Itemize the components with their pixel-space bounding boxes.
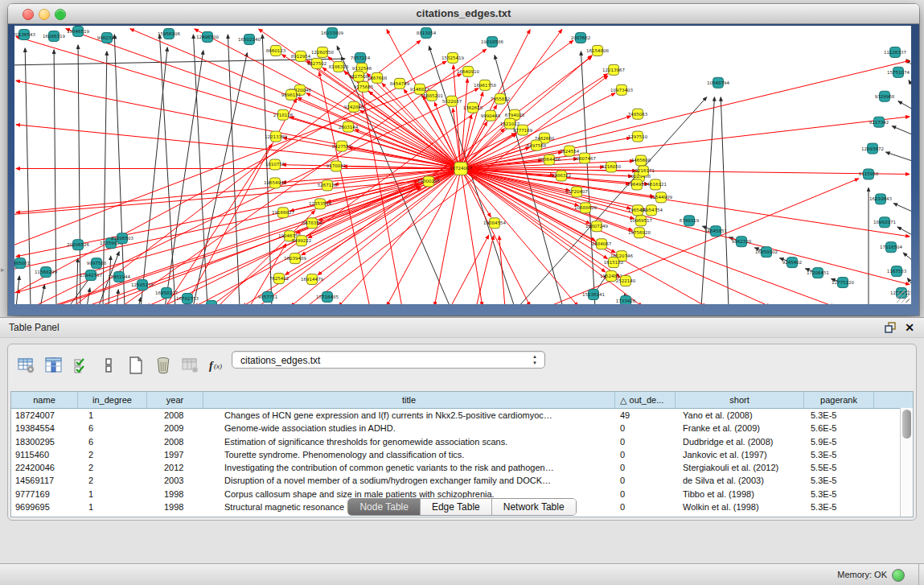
- node-label: 16033809: [321, 31, 343, 35]
- node-label: 9896131: [281, 93, 301, 97]
- node-label: 15885201: [421, 93, 443, 98]
- cell-out_de: 0: [615, 422, 676, 435]
- table-tabs: Node Table Edge Table Network Table: [0, 498, 924, 515]
- cell-year: 1997: [147, 448, 203, 461]
- column-header-title[interactable]: title: [203, 392, 615, 408]
- node-label: 9827508: [349, 74, 369, 79]
- node-label: 19384554: [483, 220, 506, 225]
- column-checklist-icon[interactable]: [69, 354, 93, 377]
- tab-edge-table[interactable]: Edge Table: [420, 499, 491, 515]
- node-label: 19346519: [67, 29, 89, 34]
- node-label: 4465600: [631, 159, 651, 163]
- desktop: citations_edges.txt 20136543160863191934…: [0, 0, 924, 585]
- cell-short: Dudbridge et al. (2008): [676, 435, 804, 448]
- cell-year: 2009: [147, 422, 203, 435]
- node-label: 6799319: [680, 218, 700, 223]
- column-header-pagerank[interactable]: pagerank: [804, 392, 874, 408]
- node-label: 1297510: [628, 134, 648, 139]
- network-window-titlebar[interactable]: citations_edges.txt: [8, 4, 919, 24]
- cell-title: Genome-wide association studies in ADHD.: [203, 422, 615, 435]
- column-header-out_de[interactable]: △ out_de...: [615, 392, 676, 408]
- node-label: 16086319: [43, 34, 65, 39]
- show-columns-icon[interactable]: [42, 354, 66, 377]
- node-label: 16914479: [301, 277, 323, 282]
- column-header-name[interactable]: name: [11, 392, 78, 408]
- table-panel: Table Panel ✕: [0, 317, 924, 564]
- table-panel-header: Table Panel ✕: [0, 318, 924, 338]
- table-row[interactable]: 2242004622012Investigating the contribut…: [11, 461, 913, 474]
- node-label: 19166827: [272, 210, 294, 215]
- cell-pagerank: 5.9E-5: [804, 435, 874, 448]
- node-label: 9857751: [258, 295, 277, 299]
- node-label: 6216050: [602, 164, 622, 169]
- resize-grip-icon[interactable]: [897, 290, 910, 303]
- node-label: 6794028: [505, 113, 525, 117]
- table-row[interactable]: 1938455462009Genome-wide association stu…: [11, 422, 913, 435]
- cell-short: de Silva et al. (2003): [676, 474, 804, 487]
- node-label: 19654948: [264, 180, 286, 185]
- panel-collapse-arrow-icon[interactable]: ▸: [1, 266, 5, 274]
- node-label: 19218586: [481, 39, 503, 44]
- scrollbar-thumb[interactable]: [902, 410, 911, 439]
- column-header-short[interactable]: short: [676, 392, 804, 408]
- tab-node-table[interactable]: Node Table: [348, 499, 420, 515]
- close-window-button[interactable]: [23, 9, 34, 20]
- node-label: 18992071: [873, 220, 896, 225]
- node-label: 16154808: [586, 48, 609, 53]
- node-label: 9175685: [354, 84, 374, 89]
- node-label: 16959102: [755, 249, 778, 254]
- node-label: 7857224: [351, 56, 371, 60]
- network-canvas[interactable]: 2013654316086319193465199862324159561061…: [14, 26, 911, 304]
- delete-table-icon: [179, 354, 203, 377]
- zoom-window-button[interactable]: [55, 9, 66, 20]
- node-label: 10969517: [630, 218, 652, 223]
- node-label: 2718126: [273, 113, 294, 117]
- rows-icon[interactable]: [97, 354, 121, 377]
- table-selector-dropdown[interactable]: citations_edges.txt ▲▼: [232, 351, 545, 369]
- window-title: citations_edges.txt: [417, 7, 511, 19]
- cell-pagerank: 5.5E-5: [804, 461, 874, 474]
- node-label: 8186328: [329, 64, 349, 69]
- node-label: 9170081: [326, 163, 346, 168]
- float-panel-icon[interactable]: [884, 321, 897, 334]
- node-label: 15136141: [582, 292, 605, 297]
- minimize-window-button[interactable]: [39, 9, 50, 20]
- cell-in_degree: 6: [78, 435, 147, 448]
- table-settings-icon[interactable]: [14, 354, 39, 377]
- node-label: 9990448: [481, 113, 501, 118]
- delete-column-icon[interactable]: [151, 354, 175, 377]
- status-divider: [918, 564, 919, 585]
- cell-name: 22420046: [11, 461, 78, 474]
- node-label: 15956106: [158, 31, 180, 36]
- cell-name: 9115460: [11, 448, 78, 461]
- node-label: 18300295: [417, 179, 440, 183]
- node-label: 10548794: [707, 80, 729, 85]
- new-column-icon[interactable]: [124, 354, 148, 377]
- close-panel-icon[interactable]: ✕: [905, 318, 914, 337]
- dropdown-stepper-icon: ▲▼: [532, 353, 537, 366]
- column-header-year[interactable]: year: [147, 392, 203, 408]
- node-label: 15720407: [565, 189, 588, 194]
- table-row[interactable]: 1830029562008Estimation of significance …: [11, 435, 913, 448]
- table-selector-value: citations_edges.txt: [240, 355, 320, 366]
- node-label: 1810755: [265, 163, 285, 167]
- cell-title: Changes of HCN gene expression and I(f) …: [203, 409, 615, 422]
- cell-name: 14569117: [11, 474, 78, 487]
- table-row[interactable]: 911546021997Tourette syndrome. Phenomeno…: [11, 448, 913, 461]
- function-builder-icon[interactable]: f(x): [206, 354, 230, 377]
- node-label: 1615132: [604, 260, 623, 265]
- cell-out_de: 0: [615, 448, 676, 461]
- memory-indicator[interactable]: [892, 569, 905, 582]
- tab-network-table[interactable]: Network Table: [491, 499, 576, 515]
- node-label: 9777169: [513, 128, 533, 133]
- column-header-in_degree[interactable]: in_degree: [78, 392, 147, 408]
- node-label: 16039489: [284, 256, 306, 261]
- node-label: 11544909: [650, 195, 672, 200]
- table-row[interactable]: 1456911722003Disruption of a novel membe…: [11, 474, 913, 487]
- cell-name: 18300295: [11, 435, 78, 448]
- citation-network-graph[interactable]: 2013654316086319193465199862324159561061…: [14, 26, 911, 304]
- node-label: 18724007: [450, 166, 472, 171]
- node-label: 14954754: [640, 208, 663, 212]
- node-label: 12505135: [131, 282, 154, 287]
- table-row[interactable]: 1872400712008Changes of HCN gene express…: [11, 409, 913, 422]
